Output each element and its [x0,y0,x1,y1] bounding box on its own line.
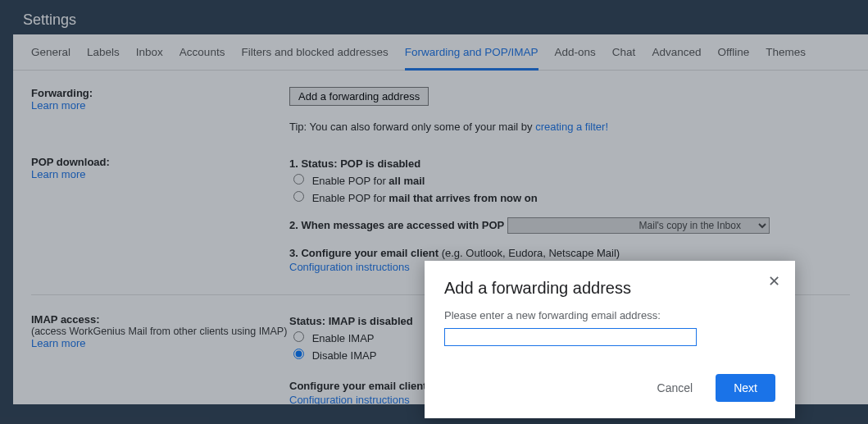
modal-prompt: Please enter a new forwarding email addr… [444,309,775,321]
close-icon[interactable]: ✕ [768,274,780,289]
forwarding-email-input[interactable] [444,328,697,346]
next-button[interactable]: Next [716,374,775,402]
modal-title: Add a forwarding address [444,279,775,298]
add-forwarding-modal: ✕ Add a forwarding address Please enter … [425,261,795,418]
cancel-button[interactable]: Cancel [652,381,698,395]
